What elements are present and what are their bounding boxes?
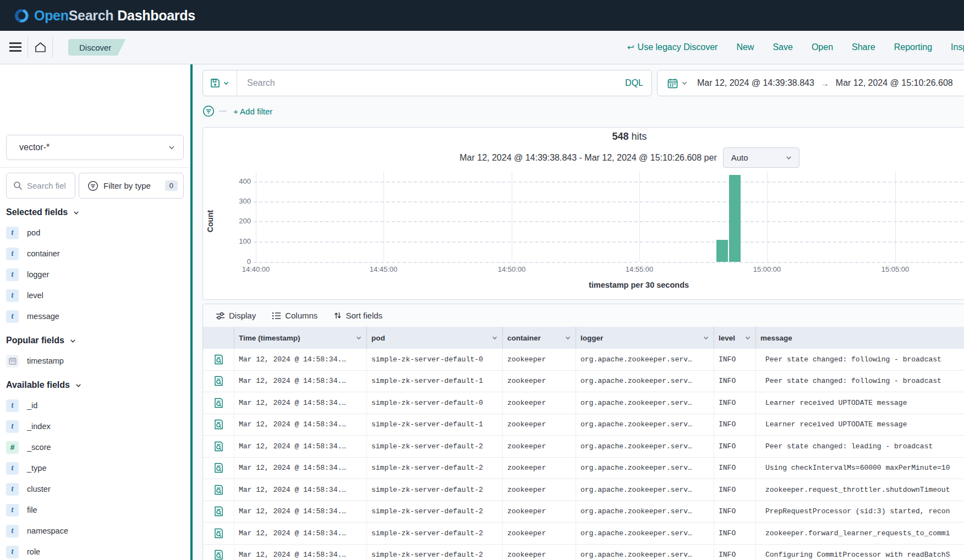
header-message[interactable]: message [756,327,964,349]
field-item-type[interactable]: t_type [0,458,190,479]
expand-document-button[interactable] [213,550,224,560]
cell-message: Peer state changed: leading - broadcast [756,436,964,457]
table-row: Mar 12, 2024 @ 14:58:34.… simple-zk-serv… [203,414,964,436]
table-row: Mar 12, 2024 @ 14:58:34.… simple-zk-serv… [203,479,964,501]
brand-wordmark: OpenSearchDashboards [34,8,195,24]
cell-container: zookeeper [503,349,576,370]
field-filter-row: Filter by type 0 [6,173,184,199]
y-tick: 300 [229,197,251,206]
header-pod[interactable]: pod [367,327,503,349]
opensearch-logo-icon[interactable] [14,8,29,23]
time-range-subtitle: Mar 12, 2024 @ 14:39:38.843 - Mar 12, 20… [459,153,716,163]
histogram-bar[interactable] [716,240,728,262]
chevron-down-icon [223,80,229,86]
query-language-button[interactable]: DQL [617,78,651,88]
cell-level: INFO [714,414,756,436]
date-start[interactable]: Mar 12, 2024 @ 14:39:38.843 [697,78,814,88]
results-table-panel: Display Columns Sort fields [202,304,964,560]
y-axis-title: Count [204,183,216,260]
header-container[interactable]: container [503,327,576,349]
expand-document-button[interactable] [213,354,224,365]
expand-document-button[interactable] [213,485,224,495]
cell-level: INFO [714,392,756,414]
histogram-bar[interactable] [729,175,741,262]
use-legacy-discover-link[interactable]: ↩Use legacy Discover [627,42,717,52]
histogram-plot [254,172,964,262]
filter-by-type-button[interactable]: Filter by type 0 [79,173,184,199]
expand-document-button[interactable] [213,419,224,430]
selected-fields-heading[interactable]: Selected fields [6,207,184,217]
field-item-score[interactable]: #_score [0,437,190,458]
share-link[interactable]: Share [852,42,875,52]
chevron-down-icon [681,80,688,86]
gridline [254,201,964,202]
display-button[interactable]: Display [216,311,256,320]
gridline [384,172,384,262]
reporting-link[interactable]: Reporting [894,42,932,52]
expand-document-button[interactable] [213,376,224,386]
popular-fields-heading[interactable]: Popular fields [6,336,184,345]
search-input[interactable] [237,78,617,88]
date-end[interactable]: Mar 12, 2024 @ 15:10:26.608 [836,78,953,88]
cell-logger: org.apache.zookeeper.serv… [576,436,714,457]
interval-select[interactable]: Auto [723,147,799,168]
expand-document-button[interactable] [213,528,224,539]
expand-document-button[interactable] [213,463,224,473]
field-type-badge: t [6,546,19,558]
expand-document-button[interactable] [213,441,224,452]
breadcrumb-discover[interactable]: Discover [68,39,125,56]
columns-button[interactable]: Columns [272,311,317,320]
field-item-index[interactable]: t_index [0,416,190,437]
field-item-cluster[interactable]: tcluster [0,479,190,499]
chevron-down-icon [744,334,751,341]
field-item-pod[interactable]: tpod [0,222,190,243]
available-fields-heading[interactable]: Available fields [6,380,184,390]
field-item-level[interactable]: tlevel [0,285,190,306]
field-item-logger[interactable]: tlogger [0,264,190,285]
menu-button[interactable] [3,36,28,58]
field-item-namespace[interactable]: tnamespace [0,520,190,541]
histogram-subtitle-row: Mar 12, 2024 @ 14:39:38.843 - Mar 12, 20… [203,147,964,168]
field-type-badge: t [6,268,19,281]
field-type-badge: t [6,399,19,412]
save-link[interactable]: Save [773,42,792,52]
table-row: Mar 12, 2024 @ 14:58:34.… simple-zk-serv… [203,436,964,458]
sidebar-resize-handle[interactable] [190,64,193,560]
cell-message: Configuring CommitProcessor with readBat… [756,545,964,560]
saved-queries-button[interactable] [203,70,237,96]
filter-circle-icon[interactable] [202,105,215,117]
sort-arrows-icon [334,311,341,320]
open-link[interactable]: Open [812,42,833,52]
field-item-id[interactable]: t_id [0,395,190,416]
inspect-link[interactable]: Inspect [951,42,964,52]
field-item-timestamp[interactable]: timestamp [0,350,190,371]
filter-icon [87,180,98,191]
expand-document-button[interactable] [213,506,224,517]
header-time[interactable]: Time (timestamp) [234,327,367,349]
cell-pod: simple-zk-server-default-1 [367,414,503,436]
filter-by-type-label: Filter by type [103,181,151,190]
field-search-input[interactable] [27,181,65,190]
calendar-field-icon [6,355,19,367]
field-item-file[interactable]: tfile [0,499,190,520]
cell-pod: simple-zk-server-default-2 [367,545,503,560]
table-row: Mar 12, 2024 @ 14:58:34.… simple-zk-serv… [203,458,964,480]
quick-select-button[interactable] [658,78,697,89]
inspect-document-icon [213,506,224,517]
new-link[interactable]: New [736,42,754,52]
add-filter-button[interactable]: + Add filter [233,107,272,116]
index-pattern-select[interactable]: vector-* [6,135,184,160]
sort-fields-button[interactable]: Sort fields [334,311,382,320]
hits-count: 548 [612,131,628,142]
header-level[interactable]: level [714,327,756,349]
field-item-container[interactable]: tcontainer [0,243,190,264]
expand-document-button[interactable] [213,398,224,408]
field-item-role[interactable]: trole [0,541,190,560]
cell-logger: org.apache.zookeeper.serv… [576,479,714,501]
field-type-badge: t [6,289,19,302]
navbar: Discover ↩Use legacy Discover New Save O… [0,31,964,64]
header-logger[interactable]: logger [576,327,714,349]
cell-time: Mar 12, 2024 @ 14:58:34.… [234,458,367,479]
field-item-message[interactable]: tmessage [0,306,190,327]
home-button[interactable] [28,36,52,58]
